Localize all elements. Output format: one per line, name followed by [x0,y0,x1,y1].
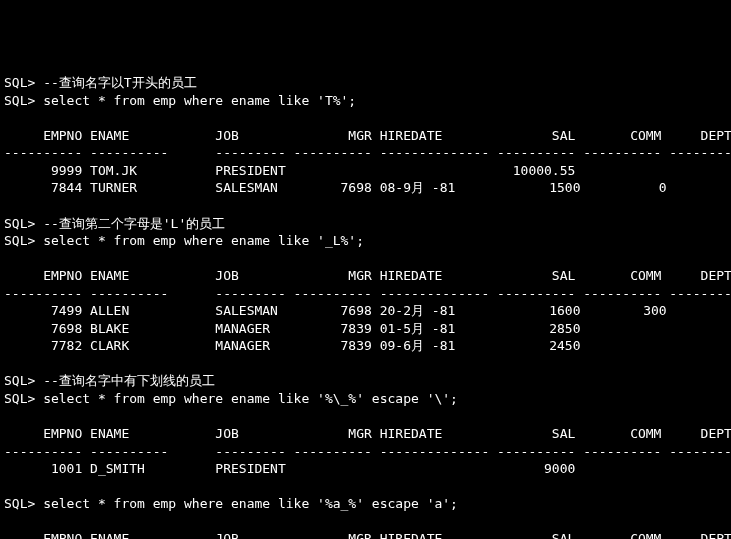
terminal-output: SQL> --查询名字以T开头的员工 SQL> select * from em… [4,74,727,539]
